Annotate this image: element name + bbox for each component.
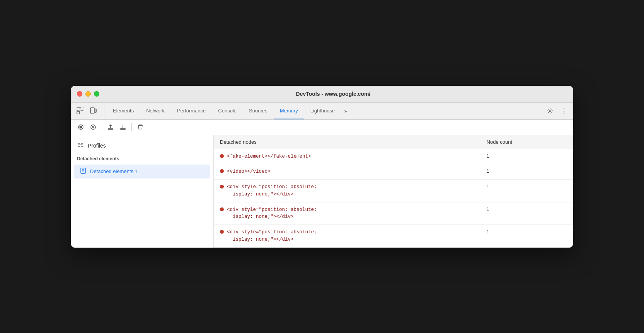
sidebar: Profiles Detached elements Detached elem… (71, 135, 214, 248)
svg-rect-0 (77, 108, 80, 110)
node-cell: <div style="position: absolute; isplay: … (214, 180, 480, 202)
tab-memory[interactable]: Memory (274, 102, 304, 119)
main-content: Detached nodes Node count <fake-element>… (214, 135, 573, 248)
detached-elements-1-item[interactable]: Detached elements 1 (74, 165, 210, 178)
count-cell: 1 (480, 202, 573, 225)
count-cell: 1 (480, 225, 573, 248)
titlebar: DevTools - www.google.com/ (71, 86, 573, 103)
sidebar-header: Profiles (71, 135, 213, 155)
tab-lighthouse[interactable]: Lighthouse (304, 102, 341, 119)
settings-icon[interactable] (544, 105, 556, 117)
node-dot (220, 185, 224, 189)
upload-button[interactable] (105, 122, 116, 133)
node-text: <div style="position: absolute; isplay: … (227, 206, 317, 221)
svg-rect-4 (95, 109, 96, 112)
minimize-button[interactable] (85, 91, 91, 97)
svg-rect-1 (80, 108, 83, 110)
tab-bar: Elements Network Performance Console Sou… (71, 103, 573, 120)
stop-button[interactable] (88, 122, 99, 133)
svg-rect-3 (90, 108, 94, 113)
clear-button[interactable] (135, 122, 146, 133)
svg-rect-2 (77, 111, 80, 114)
profiles-title: Profiles (88, 143, 106, 149)
count-cell: 1 (480, 164, 573, 180)
table-header-row: Detached nodes Node count (214, 135, 573, 149)
separator-1 (102, 123, 102, 131)
traffic-lights (77, 91, 99, 97)
main-tabs: Elements Network Performance Console Sou… (107, 102, 543, 119)
count-cell: 1 (480, 180, 573, 202)
col-node-count: Node count (480, 135, 573, 149)
svg-point-7 (80, 126, 82, 129)
record-button[interactable] (75, 122, 86, 133)
tab-elements[interactable]: Elements (107, 102, 140, 119)
table-row[interactable]: <div style="position: absolute; isplay: … (214, 225, 573, 248)
col-detached-nodes: Detached nodes (214, 135, 480, 149)
table-row[interactable]: <fake-element></fake-element> 1 (214, 149, 573, 164)
nodes-table: Detached nodes Node count <fake-element>… (214, 135, 573, 248)
close-button[interactable] (77, 91, 82, 97)
tab-sources[interactable]: Sources (243, 102, 274, 119)
svg-point-5 (549, 110, 551, 112)
node-dot (220, 207, 224, 211)
node-dot (220, 169, 224, 173)
tab-network[interactable]: Network (140, 102, 171, 119)
node-text: <div style="position: absolute; isplay: … (227, 183, 317, 198)
devtools-window: DevTools - www.google.com/ Elements Netw… (71, 86, 573, 248)
secondary-toolbar (71, 120, 573, 135)
table-row[interactable]: <video></video> 1 (214, 164, 573, 180)
node-cell: <video></video> (214, 164, 480, 180)
node-text: <fake-element></fake-element> (227, 153, 311, 160)
tab-performance[interactable]: Performance (171, 102, 212, 119)
detached-elements-1-label: Detached elements 1 (90, 168, 138, 174)
separator-2 (131, 123, 132, 131)
node-text: <video></video> (227, 168, 271, 175)
toolbar-right: ⋮ (544, 105, 570, 117)
more-options-icon[interactable]: ⋮ (558, 105, 570, 117)
inspect-element-icon[interactable] (74, 105, 86, 117)
node-cell: <div style="position: absolute; isplay: … (214, 202, 480, 225)
devtools-icons (74, 105, 104, 117)
maximize-button[interactable] (94, 91, 99, 97)
download-button[interactable] (118, 122, 128, 133)
devtools-body: Profiles Detached elements Detached elem… (71, 120, 573, 248)
node-dot (220, 154, 224, 158)
node-cell: <fake-element></fake-element> (214, 149, 480, 164)
tab-console[interactable]: Console (212, 102, 243, 119)
device-toolbar-icon[interactable] (87, 105, 99, 117)
more-tabs-button[interactable]: » (341, 102, 350, 119)
count-cell: 1 (480, 149, 573, 164)
data-table: Detached nodes Node count <fake-element>… (214, 135, 573, 248)
section-label: Detached elements (71, 155, 213, 165)
node-cell: <div style="position: absolute; isplay: … (214, 225, 480, 248)
node-dot (220, 230, 224, 234)
node-text: <div style="position: absolute; isplay: … (227, 229, 317, 243)
profiles-icon (77, 141, 84, 150)
window-title: DevTools - www.google.com/ (99, 91, 567, 97)
file-icon (80, 168, 86, 175)
table-row[interactable]: <div style="position: absolute; isplay: … (214, 180, 573, 202)
body-split: Profiles Detached elements Detached elem… (71, 135, 573, 248)
table-row[interactable]: <div style="position: absolute; isplay: … (214, 202, 573, 225)
